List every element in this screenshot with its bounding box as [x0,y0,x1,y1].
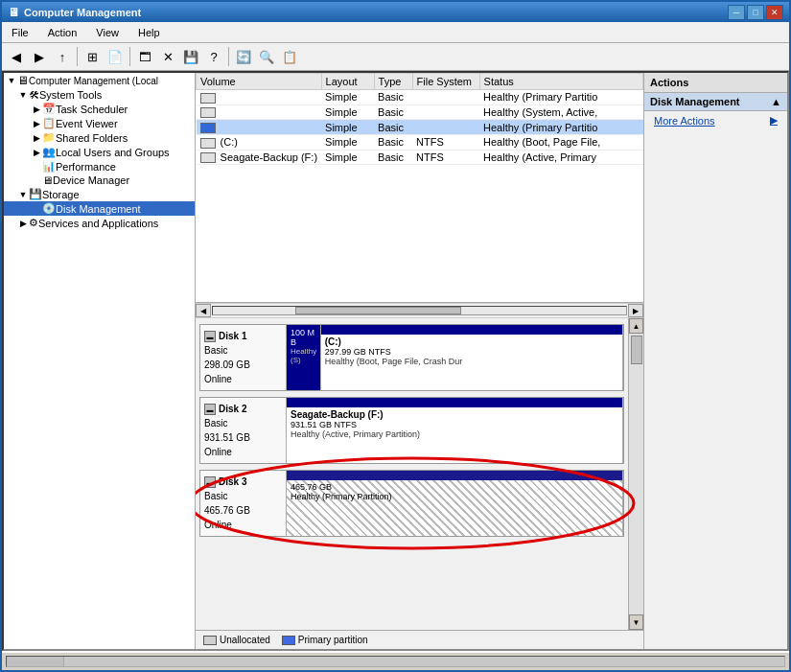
cell-volume: Seagate-Backup (F:) [197,150,322,165]
cell-layout: Simple [321,90,374,105]
shared-arrow: ▶ [31,133,42,143]
table-row[interactable]: Simple Basic Healthy (System, Active, [197,104,643,120]
services-label: Services and Applications [38,218,158,229]
partition-desc-0-1: Healthy (Boot, Page File, Crash Dur [325,357,618,366]
tree-device-manager[interactable]: 🖥 Device Manager [4,174,195,187]
cell-layout: Simple [321,150,374,165]
show-hide-button[interactable]: ⊞ [81,46,103,67]
perf-icon: 📊 [42,160,56,173]
legend-primary: Primary partition [282,635,368,645]
disk-row: ▬ Disk 2 Basic 931.51 GB Online Seagate-… [199,397,624,464]
partition-block-2-0[interactable]: 465.76 GB Healthy (Primary Partition) [287,471,623,536]
partition-block-0-1[interactable]: (C:) 297.99 GB NTFS Healthy (Boot, Page … [321,325,623,390]
action-disk-management-header: Disk Management ▲ [644,93,787,111]
partition-block-0-0[interactable]: 100 MB Healthy (S) [287,325,321,390]
partition-size-2-0: 465.76 GB [291,482,618,492]
back-button[interactable]: ◀ [6,46,27,67]
cell-layout: Simple [321,104,374,120]
cell-status: Healthy (Primary Partitio [479,120,642,135]
storage-icon: 💾 [29,188,42,200]
properties-button[interactable]: 📄 [105,46,126,67]
tree-performance[interactable]: 📊 Performance [4,159,195,174]
delete-button[interactable]: ✕ [157,46,178,67]
refresh-button[interactable]: 🔄 [233,46,254,67]
tree-event-viewer[interactable]: ▶ 📋 Event Viewer [4,116,195,130]
table-row[interactable]: Simple Basic Healthy (Primary Partitio [197,120,643,135]
services-icon: ⚙ [29,217,38,229]
tree-disk-management[interactable]: 💿 Disk Management [4,201,195,216]
tree-root[interactable]: ▼ 🖥 Computer Management (Local [4,73,195,88]
root-icon: 🖥 [17,74,29,87]
cell-volume [197,90,322,105]
scroll-down-button[interactable]: ▼ [629,614,643,630]
legend-unallocated: Unallocated [203,635,270,645]
partition-desc-1-0: Healthy (Active, Primary Partition) [291,429,618,439]
forward-button[interactable]: ▶ [29,46,50,67]
table-row[interactable]: Simple Basic Healthy (Primary Partitio [197,90,643,105]
search-button[interactable]: 🔍 [256,46,277,67]
cell-type: Basic [374,134,412,150]
event-label: Event Viewer [56,118,118,129]
storage-arrow: ▼ [17,190,29,199]
help-button[interactable]: ? [203,46,224,67]
minimize-button[interactable]: ─ [728,5,745,20]
volume-table-area[interactable]: Volume Layout Type File System Status Si… [196,73,643,303]
disk-type-0: Basic [204,343,282,358]
menu-help[interactable]: Help [132,25,166,40]
partition-block-1-0[interactable]: Seagate-Backup (F:) 931.51 GB NTFS Healt… [287,398,623,463]
partition-desc-2-0: Healthy (Primary Partition) [291,492,618,501]
partition-label-1-0: Seagate-Backup (F:) [291,409,618,420]
legend-unallocated-label: Unallocated [220,635,270,645]
disk-visual-area[interactable]: ▬ Disk 1 Basic 298.09 GB Online 100 MB H… [196,318,628,630]
task-label: Task Scheduler [56,104,128,115]
tree-task-scheduler[interactable]: ▶ 📅 Task Scheduler [4,102,195,116]
toolbar-sep-3 [228,47,229,66]
system-tools-icon: 🛠 [29,89,39,101]
table-row[interactable]: Seagate-Backup (F:) Simple Basic NTFS He… [197,150,643,165]
cell-filesystem: NTFS [412,134,479,150]
action-section-arrow[interactable]: ▲ [771,96,781,107]
menu-file[interactable]: File [6,25,35,40]
partition-size-0-1: 297.99 GB NTFS [325,347,618,357]
window-title: Computer Management [24,7,141,18]
v-scroll-thumb[interactable] [631,336,642,364]
center-content: Volume Layout Type File System Status Si… [196,73,643,649]
restore-button[interactable]: □ [747,5,764,20]
h-scroll-thumb[interactable] [295,307,460,314]
tree-storage[interactable]: ▼ 💾 Storage [4,187,195,201]
tree-system-tools[interactable]: ▼ 🛠 System Tools [4,88,195,102]
tree-local-users[interactable]: ▶ 👥 Local Users and Groups [4,145,195,159]
legend-unallocated-box [203,636,217,645]
disk-name-2: Disk 3 [219,475,246,489]
scroll-right-button[interactable]: ▶ [628,304,643,317]
more-actions-link[interactable]: More Actions ▶ [644,111,787,129]
export-button[interactable]: 📋 [279,46,300,67]
tree-services[interactable]: ▶ ⚙ Services and Applications [4,216,195,230]
up-button[interactable]: ↑ [52,46,73,67]
cell-layout: Simple [321,134,374,150]
partition-top-bar-2-0 [287,471,622,480]
menu-action[interactable]: Action [42,25,83,40]
new-window-button[interactable]: 🗔 [134,46,155,67]
scroll-up-button[interactable]: ▲ [629,318,643,334]
shared-label: Shared Folders [56,132,128,144]
window-icon: 🖥 [8,6,19,19]
disk-partitions: Seagate-Backup (F:) 931.51 GB NTFS Healt… [287,398,623,463]
h-scrollbar[interactable]: ◀ ▶ [196,303,643,318]
storage-label: Storage [42,189,80,200]
disk-drive-icon-0: ▬ [204,331,216,342]
main-layout: ▼ 🖥 Computer Management (Local ▼ 🛠 Syste… [2,71,789,651]
disk-status-1: Online [204,445,282,459]
v-scrollbar[interactable]: ▲ ▼ [628,318,643,630]
status-grip[interactable] [6,656,785,667]
h-scroll-track[interactable] [212,306,627,315]
menu-view[interactable]: View [90,25,125,40]
scroll-left-button[interactable]: ◀ [196,304,211,317]
cell-status: Healthy (Active, Primary [479,150,642,165]
close-button[interactable]: ✕ [766,5,783,20]
table-row[interactable]: (C:) Simple Basic NTFS Healthy (Boot, Pa… [197,134,643,150]
cell-filesystem [412,104,479,120]
status-bar [2,651,789,670]
properties2-button[interactable]: 💾 [180,46,201,67]
tree-shared-folders[interactable]: ▶ 📁 Shared Folders [4,130,195,145]
